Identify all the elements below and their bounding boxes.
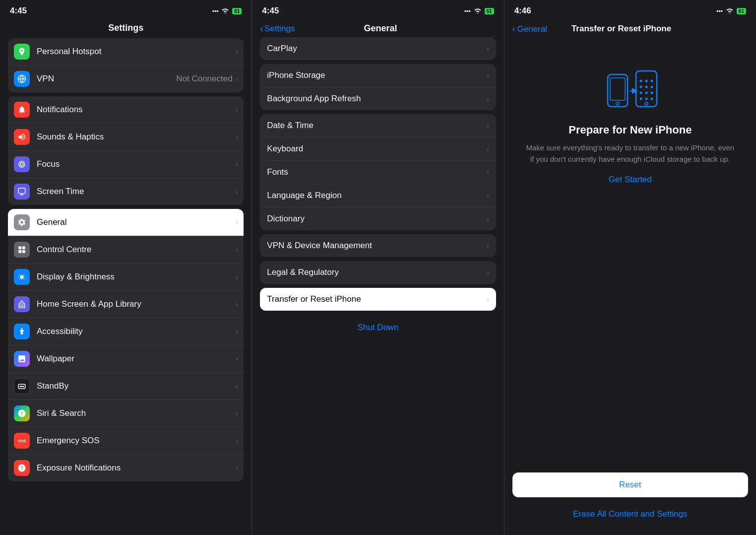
general-panel: 4:45 ▪▪▪ 61 ‹ Settings General CarPlay ›… — [252, 0, 504, 535]
transfer-nav: ‹ General Transfer or Reset iPhone — [504, 19, 756, 37]
emergency-sos-icon: SOS — [14, 433, 30, 449]
sounds-chevron: › — [236, 133, 238, 141]
shutdown-text: Shut Down — [357, 323, 398, 332]
general-item-language[interactable]: Language & Region › — [260, 184, 496, 207]
date-time-label: Date & Time — [267, 121, 487, 131]
general-group-carplay: CarPlay › — [260, 37, 496, 60]
back-chevron-3: ‹ — [512, 24, 515, 34]
transfer-hero: Prepare for New iPhone Make sure everyth… — [512, 47, 748, 197]
siri-chevron: › — [236, 409, 238, 417]
home-screen-label: Home Screen & App Library — [37, 299, 236, 309]
screen-time-chevron: › — [236, 188, 238, 196]
screen-time-label: Screen Time — [37, 187, 236, 197]
general-group-legal: Legal & Regulatory › — [260, 261, 496, 284]
transfer-content: Prepare for New iPhone Make sure everyth… — [504, 37, 756, 472]
erase-link[interactable]: Erase All Content and Settings — [504, 501, 756, 527]
general-icon — [14, 214, 30, 230]
wifi-icon-2 — [474, 7, 482, 15]
settings-item-wallpaper[interactable]: Wallpaper › — [8, 345, 244, 373]
exposure-chevron: › — [236, 464, 238, 472]
general-item-legal[interactable]: Legal & Regulatory › — [260, 261, 496, 284]
svg-point-29 — [645, 102, 648, 105]
general-back-btn[interactable]: ‹ Settings — [260, 23, 295, 34]
reset-section: Reset — [512, 472, 748, 497]
control-centre-icon — [14, 242, 30, 258]
settings-group-main: Notifications › Sounds & Haptics › Focus… — [8, 96, 244, 205]
transfer-back-label: General — [517, 24, 547, 34]
svg-point-20 — [640, 86, 642, 88]
settings-item-siri[interactable]: Siri & Search › — [8, 400, 244, 427]
exposure-label: Exposure Notifications — [37, 463, 236, 473]
general-back-label: Settings — [264, 24, 295, 34]
transfer-hero-desc: Make sure everything's ready to transfer… — [524, 142, 736, 165]
signal-icon-2: ▪▪▪ — [464, 7, 471, 14]
general-item-date-time[interactable]: Date & Time › — [260, 114, 496, 137]
focus-label: Focus — [37, 159, 236, 169]
general-item-keyboard[interactable]: Keyboard › — [260, 137, 496, 161]
svg-point-15 — [616, 102, 619, 105]
status-icons-3: ▪▪▪ 61 — [716, 7, 746, 15]
transfer-chevron: › — [487, 295, 489, 303]
settings-item-emergency-sos[interactable]: SOS Emergency SOS › — [8, 427, 244, 455]
settings-item-personal-hotspot[interactable]: Personal Hotspot › — [8, 38, 244, 66]
siri-icon — [14, 405, 30, 421]
display-icon — [14, 269, 30, 285]
get-started-link[interactable]: Get Started — [609, 175, 652, 185]
status-bar-1: 4:45 ▪▪▪ 61 — [0, 0, 252, 19]
transfer-hero-title: Prepare for New iPhone — [568, 124, 692, 136]
emergency-sos-chevron: › — [236, 437, 238, 445]
wallpaper-label: Wallpaper — [37, 354, 236, 364]
status-icons-1: ▪▪▪ 61 — [212, 7, 242, 15]
reset-button[interactable]: Reset — [512, 472, 748, 497]
settings-item-exposure[interactable]: Exposure Notifications › — [8, 455, 244, 481]
settings-item-screen-time[interactable]: Screen Time › — [8, 178, 244, 205]
general-item-dictionary[interactable]: Dictionary › — [260, 207, 496, 230]
settings-group-top: Personal Hotspot › VPN Not Connected › — [8, 38, 244, 92]
general-list: CarPlay › iPhone Storage › Background Ap… — [252, 37, 504, 535]
control-centre-label: Control Centre — [37, 245, 236, 255]
display-label: Display & Brightness — [37, 272, 236, 282]
svg-point-21 — [645, 86, 648, 88]
general-item-vpn-device[interactable]: VPN & Device Management › — [260, 234, 496, 257]
general-item-iphone-storage[interactable]: iPhone Storage › — [260, 64, 496, 87]
carplay-label: CarPlay — [267, 44, 487, 54]
general-item-background-refresh[interactable]: Background App Refresh › — [260, 87, 496, 110]
general-nav: ‹ Settings General — [252, 19, 504, 37]
iphone-storage-chevron: › — [487, 71, 489, 79]
settings-item-sounds[interactable]: Sounds & Haptics › — [8, 124, 244, 151]
standby-chevron: › — [236, 382, 238, 390]
svg-point-9 — [20, 386, 21, 387]
settings-item-home-screen[interactable]: Home Screen & App Library › — [8, 291, 244, 318]
vpn-value: Not Connected — [176, 74, 232, 84]
settings-item-notifications[interactable]: Notifications › — [8, 96, 244, 124]
focus-chevron: › — [236, 160, 238, 168]
battery-3: 61 — [737, 8, 746, 14]
time-1: 4:45 — [10, 6, 27, 16]
keyboard-label: Keyboard — [267, 144, 487, 154]
general-item-carplay[interactable]: CarPlay › — [260, 37, 496, 60]
general-label: General — [37, 217, 236, 227]
keyboard-chevron: › — [487, 145, 489, 153]
transfer-nav-title: Transfer or Reset iPhone — [552, 24, 671, 34]
notifications-chevron: › — [236, 106, 238, 114]
general-item-fonts[interactable]: Fonts › — [260, 161, 496, 184]
transfer-back-btn[interactable]: ‹ General — [512, 24, 547, 34]
settings-item-display[interactable]: Display & Brightness › — [8, 264, 244, 291]
bottom-spacer — [504, 527, 756, 535]
settings-item-vpn[interactable]: VPN Not Connected › — [8, 66, 244, 92]
wifi-icon-1 — [221, 7, 229, 15]
svg-rect-4 — [22, 246, 25, 249]
svg-rect-14 — [610, 78, 625, 100]
shutdown-link[interactable]: Shut Down — [260, 315, 496, 340]
settings-item-control-centre[interactable]: Control Centre › — [8, 236, 244, 264]
dictionary-label: Dictionary — [267, 214, 487, 224]
general-item-transfer[interactable]: Transfer or Reset iPhone › — [260, 288, 496, 311]
emergency-sos-label: Emergency SOS — [37, 436, 236, 446]
dictionary-chevron: › — [487, 215, 489, 223]
svg-point-7 — [21, 328, 23, 330]
settings-item-general[interactable]: General › — [8, 209, 244, 236]
time-3: 4:46 — [514, 6, 531, 16]
settings-item-focus[interactable]: Focus › — [8, 151, 244, 178]
settings-item-accessibility[interactable]: Accessibility › — [8, 318, 244, 345]
settings-item-standby[interactable]: StandBy › — [8, 373, 244, 400]
